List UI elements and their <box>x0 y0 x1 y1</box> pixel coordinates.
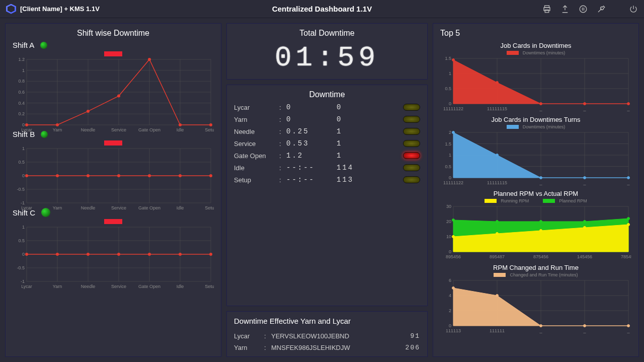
led-icon <box>403 164 420 171</box>
dt-name: Service <box>234 140 279 148</box>
topbar-actions <box>542 5 638 14</box>
dt-name: Gate Open <box>234 152 279 160</box>
svg-point-146 <box>540 177 542 179</box>
c2-title: Job Cards in Downtimes Turns <box>440 116 631 123</box>
svg-text:0: 0 <box>449 101 451 106</box>
svg-text:1: 1 <box>22 147 25 151</box>
svg-point-169 <box>540 221 542 223</box>
dt-value1: 1.2 <box>286 152 337 160</box>
svg-text:11111122: 11111122 <box>443 180 463 185</box>
svg-text:0.4: 0.4 <box>18 101 25 106</box>
svg-point-123 <box>627 103 630 105</box>
svg-text:1: 1 <box>22 225 25 230</box>
swatch-icon <box>507 51 519 55</box>
downtime-row: Gate Open:1.21 <box>234 150 420 162</box>
svg-text:-1: -1 <box>21 279 25 284</box>
shift-a-label: Shift A <box>13 41 214 49</box>
top5-panel: Top 5 Job Cards in Downtimes Downtimes (… <box>433 23 639 357</box>
svg-point-144 <box>452 131 455 134</box>
svg-point-148 <box>627 177 630 179</box>
app-title: [Client Name] + KMS 1.1V <box>20 5 100 13</box>
svg-point-68 <box>179 174 182 177</box>
svg-text:895487: 895487 <box>490 254 505 259</box>
downtime-row: Setup:--:--113 <box>234 174 420 186</box>
eff-val: YERVSLKEOW100JEBND <box>271 332 400 340</box>
right-col: Top 5 Job Cards in Downtimes Downtimes (… <box>433 23 639 357</box>
svg-text:_: _ <box>583 106 586 111</box>
led-icon <box>403 104 420 111</box>
svg-text:Service: Service <box>111 127 126 132</box>
main-grid: Shift wise Downtime Shift A 00.20.40.60.… <box>0 18 644 362</box>
dt-name: Setup <box>234 176 279 184</box>
svg-text:Setup: Setup <box>205 284 214 289</box>
svg-text:Yarn: Yarn <box>53 127 62 132</box>
svg-point-3 <box>580 6 587 13</box>
shift-b-chart: -1-0.500.51LycarYarnNeedleServiceGate Op… <box>13 140 214 205</box>
dt-value2: 1 <box>337 152 367 160</box>
svg-point-168 <box>496 221 499 223</box>
eff-num: 206 <box>400 344 420 351</box>
top5-title: Top 5 <box>440 29 631 38</box>
svg-text:0.5: 0.5 <box>18 238 25 243</box>
svg-point-34 <box>87 110 90 113</box>
downtime-row: Idle:--:--114 <box>234 162 420 174</box>
svg-text:11111115: 11111115 <box>487 180 507 185</box>
svg-text:785456: 785456 <box>621 254 631 259</box>
svg-text:6: 6 <box>449 278 451 283</box>
svg-point-170 <box>584 221 586 223</box>
power-icon[interactable] <box>629 5 638 14</box>
svg-point-145 <box>496 154 499 157</box>
upload-icon[interactable] <box>560 5 570 14</box>
legend-swatch <box>104 140 122 146</box>
shift-a-chart: 00.20.40.60.811.2LycarYarnNeedleServiceG… <box>13 51 214 127</box>
led-icon <box>403 128 420 135</box>
eff-row: Yarn:MNSFEK986JSLEHIKDJW206 <box>234 342 420 353</box>
svg-text:895456: 895456 <box>446 254 461 259</box>
svg-point-197 <box>540 325 542 327</box>
svg-text:Needle: Needle <box>81 127 96 132</box>
svg-text:0.5: 0.5 <box>18 160 25 165</box>
downtime-panel: Downtime Lycar:00Yarn:00Needle:0.251Serv… <box>226 85 428 306</box>
dt-value1: 0.25 <box>286 127 337 135</box>
svg-point-35 <box>117 95 120 98</box>
swatch-icon <box>494 273 506 277</box>
led-icon <box>403 152 420 159</box>
legend-swatch <box>104 219 122 224</box>
pause-icon[interactable] <box>579 5 588 14</box>
svg-text:11111122: 11111122 <box>443 106 463 111</box>
dt-value1: --:-- <box>286 164 337 172</box>
svg-point-198 <box>584 325 586 327</box>
svg-point-172 <box>452 236 455 238</box>
svg-text:2: 2 <box>449 308 451 313</box>
shift-panel: Shift wise Downtime Shift A 00.20.40.60.… <box>5 23 221 357</box>
eff-row: Lycar:YERVSLKEOW100JEBND91 <box>234 330 420 342</box>
svg-text:-0.5: -0.5 <box>17 265 25 270</box>
wrench-icon[interactable] <box>597 5 606 14</box>
svg-text:-1: -1 <box>21 200 25 205</box>
svg-point-64 <box>56 174 59 177</box>
c2-legend: Downtimes (minutes) <box>440 124 631 129</box>
svg-text:0: 0 <box>22 122 25 127</box>
svg-point-33 <box>56 123 59 126</box>
dt-value2: 114 <box>337 164 367 172</box>
svg-rect-2 <box>545 10 549 12</box>
eff-name: Lycar <box>234 332 264 340</box>
svg-text:20: 20 <box>446 219 451 224</box>
c3-title: Planned RPM vs Actual RPM <box>440 190 631 197</box>
svg-point-122 <box>584 103 586 105</box>
svg-text:Lycar: Lycar <box>21 205 32 210</box>
svg-point-174 <box>540 230 542 232</box>
eff-title: Downtime Effective Yarn and Lycar <box>234 317 420 325</box>
dt-value2: 113 <box>337 176 367 184</box>
print-icon[interactable] <box>542 5 551 14</box>
svg-point-147 <box>584 177 586 179</box>
downtime-row: Service:0.531 <box>234 137 420 150</box>
svg-text:2: 2 <box>449 130 451 135</box>
svg-point-63 <box>25 174 28 177</box>
svg-text:_: _ <box>539 106 542 111</box>
c4-legend: Changed and Run Time (minutes) <box>440 272 631 277</box>
mid-col: Total Downtime 01:59 Downtime Lycar:00Ya… <box>226 23 428 357</box>
svg-text:Gate Open: Gate Open <box>138 284 160 289</box>
svg-text:0: 0 <box>449 175 451 180</box>
svg-text:Service: Service <box>111 284 126 289</box>
